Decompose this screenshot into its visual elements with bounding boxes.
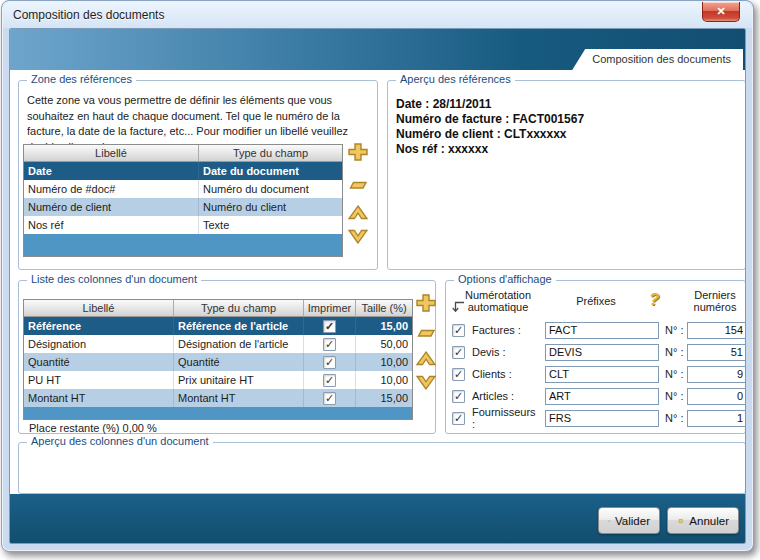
table-row[interactable]: Quantité Quantité ✓ 10,00 (24, 353, 412, 371)
remove-row-button[interactable] (347, 175, 369, 195)
option-row-articles: ✓ Articles : N° : (452, 387, 741, 405)
clients-label: Clients : (472, 368, 538, 380)
move-up-button[interactable] (347, 203, 369, 223)
imprimer-checkbox[interactable]: ✓ (323, 320, 336, 333)
cell-type: Montant HT (174, 389, 304, 407)
table-row[interactable]: Date Date du document (24, 162, 342, 180)
close-button[interactable]: ✕ (702, 2, 740, 22)
screen: Composition des documents ✕ Composition … (0, 0, 760, 560)
col-taille[interactable]: Taille (%) (356, 300, 412, 316)
clients-checkbox[interactable]: ✓ (452, 368, 465, 381)
colonnes-table-header[interactable]: Libellé Type du champ Imprimer Taille (%… (24, 300, 412, 317)
group-zone-references: Zone des références Cette zone va vous p… (18, 80, 378, 270)
annuler-label: Annuler (689, 515, 729, 527)
titlebar[interactable]: Composition des documents ✕ (3, 2, 752, 28)
group-zone-title: Zone des références (27, 73, 136, 85)
zone-col-libelle[interactable]: Libellé (24, 145, 199, 161)
zone-table: Libellé Type du champ Date Date du docum… (23, 144, 343, 257)
valider-button[interactable]: Valider (598, 507, 660, 534)
table-row[interactable]: Numéro de client Numéro du client (24, 198, 342, 216)
table-row[interactable]: Nos réf Texte (24, 216, 342, 234)
cell-type: Numéro du client (199, 198, 342, 216)
imprimer-checkbox[interactable]: ✓ (323, 338, 336, 351)
cell-libelle: Nos réf (24, 216, 199, 234)
preview-line-nosref: Nos réf : xxxxxx (396, 142, 584, 157)
group-liste-colonnes: Liste des colonnes d'un document Libellé… (18, 280, 436, 434)
articles-label: Articles : (472, 390, 538, 402)
option-row-factures: ✓ Factures : N° : (452, 321, 741, 339)
cell-type: Prix unitaire HT (174, 371, 304, 389)
cell-type: Numéro du document (199, 180, 342, 198)
cell-taille: 10,00 (356, 353, 412, 371)
chevron-up-icon (415, 349, 437, 369)
group-options-title: Options d'affichage (454, 273, 556, 285)
valider-label: Valider (615, 515, 650, 527)
clients-number-input[interactable] (687, 366, 746, 383)
cell-imprimer: ✓ (304, 371, 356, 389)
articles-checkbox[interactable]: ✓ (452, 390, 465, 403)
window-title: Composition des documents (13, 8, 164, 22)
remove-column-button[interactable] (415, 323, 437, 343)
table-row[interactable]: Montant HT Montant HT ✓ 15,00 (24, 389, 412, 407)
imprimer-checkbox[interactable]: ✓ (323, 392, 336, 405)
table-row[interactable]: Désignation Désignation de l'article ✓ 5… (24, 335, 412, 353)
group-colonnes-title: Liste des colonnes d'un document (27, 273, 201, 285)
articles-number-input[interactable] (687, 388, 746, 405)
cell-taille: 15,00 (356, 317, 412, 335)
preview-line-client: Numéro de client : CLTxxxxxx (396, 127, 584, 142)
cell-taille: 10,00 (356, 371, 412, 389)
col-type[interactable]: Type du champ (174, 300, 304, 316)
table-row[interactable]: Référence Référence de l'article ✓ 15,00 (24, 317, 412, 335)
chevron-down-icon (347, 226, 369, 246)
minus-icon (415, 323, 437, 343)
group-apercu-references: Aperçu des références Date : 28/11/2011 … (387, 80, 746, 270)
tab-label: Composition des documents (592, 53, 731, 65)
numero-label: N° : (665, 412, 683, 424)
group-apercu-refs-title: Aperçu des références (396, 73, 515, 85)
add-column-button[interactable] (415, 293, 437, 313)
devis-number-input[interactable] (687, 344, 746, 361)
fournisseurs-number-input[interactable] (687, 410, 746, 427)
move-down-button[interactable] (347, 226, 369, 246)
devis-prefix-input[interactable] (545, 344, 659, 361)
imprimer-checkbox[interactable]: ✓ (323, 374, 336, 387)
fournisseurs-prefix-input[interactable] (545, 410, 659, 427)
cell-taille: 50,00 (356, 335, 412, 353)
numerotation-automatique-header: Numérotation automatique (465, 289, 531, 313)
prefixes-header: Préfixes (539, 295, 653, 307)
table-row[interactable]: Numéro de #doc# Numéro du document (24, 180, 342, 198)
cell-type: Quantité (174, 353, 304, 371)
factures-prefix-input[interactable] (545, 322, 659, 339)
help-icon[interactable]: ? (649, 290, 659, 310)
dialog-body: Composition des documents Zone des référ… (9, 28, 746, 544)
cell-libelle: Date (24, 162, 199, 180)
zone-col-type[interactable]: Type du champ (199, 145, 342, 161)
cell-libelle: Quantité (24, 353, 174, 371)
devis-checkbox[interactable]: ✓ (452, 346, 465, 359)
cell-imprimer: ✓ (304, 389, 356, 407)
articles-prefix-input[interactable] (545, 388, 659, 405)
fournisseurs-label: Fournisseurs : (472, 406, 538, 430)
clients-prefix-input[interactable] (545, 366, 659, 383)
move-column-down-button[interactable] (415, 372, 437, 392)
cell-imprimer: ✓ (304, 317, 356, 335)
numerotation-arrow-icon (451, 300, 465, 319)
preview-line-date: Date : 28/11/2011 (396, 97, 584, 112)
factures-checkbox[interactable]: ✓ (452, 324, 465, 337)
move-column-up-button[interactable] (415, 349, 437, 369)
group-options-affichage: Options d'affichage Numérotation automat… (445, 280, 746, 434)
cell-type: Texte (199, 216, 342, 234)
imprimer-checkbox[interactable]: ✓ (323, 356, 336, 369)
cell-libelle: Montant HT (24, 389, 174, 407)
col-imprimer[interactable]: Imprimer (304, 300, 356, 316)
zone-table-header[interactable]: Libellé Type du champ (24, 145, 342, 162)
annuler-button[interactable]: Annuler (667, 507, 739, 534)
tab-composition-des-documents[interactable]: Composition des documents (572, 49, 743, 70)
cell-type: Date du document (199, 162, 342, 180)
factures-number-input[interactable] (687, 322, 746, 339)
table-row[interactable]: PU HT Prix unitaire HT ✓ 10,00 (24, 371, 412, 389)
fournisseurs-checkbox[interactable]: ✓ (452, 412, 465, 425)
col-libelle[interactable]: Libellé (24, 300, 174, 316)
close-icon: ✕ (716, 5, 725, 17)
add-row-button[interactable] (347, 142, 369, 162)
